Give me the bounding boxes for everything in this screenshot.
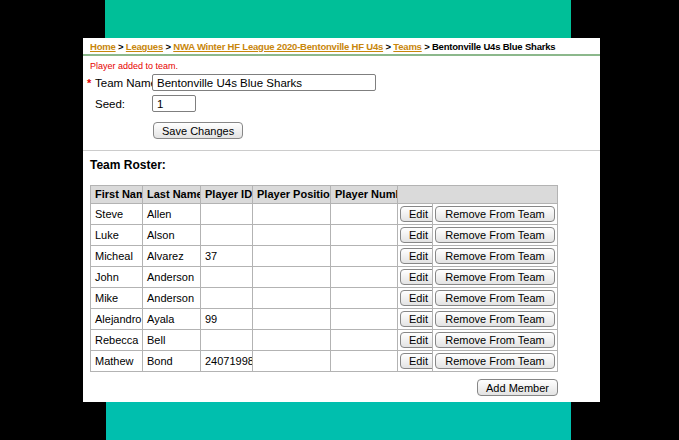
cell-edit: Edit	[398, 267, 433, 288]
cell-player-number	[331, 309, 398, 330]
cell-player-position	[253, 204, 331, 225]
cell-player-id	[201, 330, 253, 351]
cell-last-name: Bell	[143, 330, 201, 351]
cell-player-id: 37	[201, 246, 253, 267]
cell-player-id	[201, 288, 253, 309]
col-player-position: Player Position	[253, 186, 331, 204]
team-name-label: Team Name:	[95, 77, 160, 89]
roster-table: First Name Last Name Player ID Player Po…	[90, 185, 558, 372]
edit-button[interactable]: Edit	[400, 248, 433, 264]
col-player-number: Player Number	[331, 186, 398, 204]
remove-button[interactable]: Remove From Team	[435, 248, 554, 264]
breadcrumb-link[interactable]: NWA Winter HF League 2020-Bentonville HF…	[173, 41, 383, 52]
required-marker: *	[87, 77, 91, 89]
cell-remove: Remove From Team	[433, 204, 558, 225]
breadcrumb-link[interactable]: Home	[90, 41, 116, 52]
cell-remove: Remove From Team	[433, 309, 558, 330]
edit-button[interactable]: Edit	[400, 290, 433, 306]
col-actions	[398, 186, 558, 204]
edit-button[interactable]: Edit	[400, 353, 433, 369]
remove-button[interactable]: Remove From Team	[435, 290, 554, 306]
cell-last-name: Alson	[143, 225, 201, 246]
col-player-id: Player ID	[201, 186, 253, 204]
cell-remove: Remove From Team	[433, 246, 558, 267]
remove-button[interactable]: Remove From Team	[435, 332, 554, 348]
breadcrumb-separator: >	[422, 41, 432, 52]
cell-first-name: John	[91, 267, 143, 288]
remove-button[interactable]: Remove From Team	[435, 353, 554, 369]
edit-button[interactable]: Edit	[400, 269, 433, 285]
status-message: Player added to team.	[90, 61, 178, 71]
remove-button[interactable]: Remove From Team	[435, 206, 554, 222]
cell-player-number	[331, 267, 398, 288]
save-changes-button[interactable]: Save Changes	[153, 122, 243, 139]
cell-edit: Edit	[398, 288, 433, 309]
cell-last-name: Anderson	[143, 288, 201, 309]
cell-player-id	[201, 204, 253, 225]
cell-player-position	[253, 330, 331, 351]
cell-edit: Edit	[398, 225, 433, 246]
cell-player-number	[331, 225, 398, 246]
breadcrumb: Home > Leagues > NWA Winter HF League 20…	[83, 38, 600, 56]
cell-player-number	[331, 330, 398, 351]
cell-player-id	[201, 225, 253, 246]
remove-button[interactable]: Remove From Team	[435, 227, 554, 243]
cell-player-position	[253, 225, 331, 246]
edit-button[interactable]: Edit	[400, 206, 433, 222]
desktop-background: Home > Leagues > NWA Winter HF League 20…	[0, 0, 679, 440]
remove-button[interactable]: Remove From Team	[435, 311, 554, 327]
breadcrumb-separator: >	[116, 41, 126, 52]
cell-edit: Edit	[398, 309, 433, 330]
cell-remove: Remove From Team	[433, 267, 558, 288]
roster-body: Steve Allen Edit Remove From Team Luke A…	[91, 204, 558, 372]
cell-last-name: Bond	[143, 351, 201, 372]
cell-edit: Edit	[398, 351, 433, 372]
cell-player-position	[253, 246, 331, 267]
roster-row: Micheal Alvarez 37 Edit Remove From Team	[91, 246, 558, 267]
cell-edit: Edit	[398, 246, 433, 267]
roster-row: Rebecca Bell Edit Remove From Team	[91, 330, 558, 351]
cell-first-name: Mike	[91, 288, 143, 309]
remove-button[interactable]: Remove From Team	[435, 269, 554, 285]
cell-first-name: Rebecca	[91, 330, 143, 351]
roster-row: Steve Allen Edit Remove From Team	[91, 204, 558, 225]
section-divider	[83, 150, 600, 151]
team-name-input[interactable]	[152, 74, 376, 91]
cell-player-number	[331, 204, 398, 225]
edit-button[interactable]: Edit	[400, 332, 433, 348]
cell-last-name: Ayala	[143, 309, 201, 330]
cell-edit: Edit	[398, 330, 433, 351]
cell-first-name: Alejandro	[91, 309, 143, 330]
roster-row: Alejandro Ayala 99 Edit Remove From Team	[91, 309, 558, 330]
roster-header-row: First Name Last Name Player ID Player Po…	[91, 186, 558, 204]
cell-remove: Remove From Team	[433, 225, 558, 246]
cell-player-position	[253, 267, 331, 288]
edit-button[interactable]: Edit	[400, 227, 433, 243]
cell-player-number	[331, 351, 398, 372]
edit-button[interactable]: Edit	[400, 311, 433, 327]
cell-player-id	[201, 267, 253, 288]
cell-player-number	[331, 246, 398, 267]
roster-row: Mathew Bond 24071998 Edit Remove From Te…	[91, 351, 558, 372]
cell-player-number	[331, 288, 398, 309]
roster-row: John Anderson Edit Remove From Team	[91, 267, 558, 288]
breadcrumb-separator: >	[383, 41, 393, 52]
seed-input[interactable]	[152, 95, 196, 112]
cell-remove: Remove From Team	[433, 351, 558, 372]
cell-player-id: 24071998	[201, 351, 253, 372]
cell-edit: Edit	[398, 204, 433, 225]
cell-last-name: Alvarez	[143, 246, 201, 267]
add-member-button[interactable]: Add Member	[477, 379, 558, 396]
cell-first-name: Luke	[91, 225, 143, 246]
cell-last-name: Anderson	[143, 267, 201, 288]
breadcrumb-link[interactable]: Leagues	[126, 41, 163, 52]
cell-last-name: Allen	[143, 204, 201, 225]
cell-remove: Remove From Team	[433, 330, 558, 351]
cell-player-position	[253, 351, 331, 372]
roster-heading: Team Roster:	[90, 158, 166, 172]
col-last-name: Last Name	[143, 186, 201, 204]
col-first-name: First Name	[91, 186, 143, 204]
breadcrumb-link[interactable]: Teams	[393, 41, 421, 52]
breadcrumb-separator: >	[163, 41, 173, 52]
cell-first-name: Mathew	[91, 351, 143, 372]
